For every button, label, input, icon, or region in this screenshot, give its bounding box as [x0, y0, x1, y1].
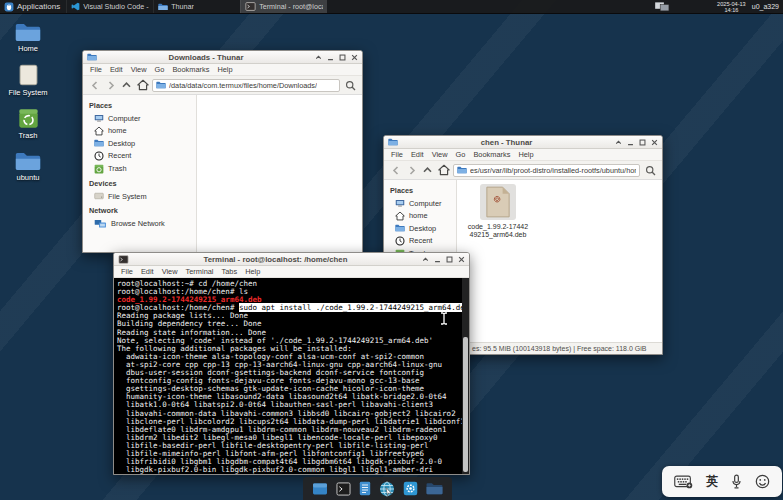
applications-menu-button[interactable]: Applications: [0, 0, 66, 13]
sidebar-item-computer[interactable]: Computer: [83, 112, 196, 124]
dock-file-manager-icon[interactable]: [426, 482, 443, 495]
close-button[interactable]: [458, 256, 465, 263]
deb-file-item[interactable]: code_1.99.2-17442 49215_arm64.deb: [467, 184, 529, 239]
menu-item-go[interactable]: Go: [452, 150, 470, 159]
computer-icon: [395, 199, 405, 208]
dock-terminal-icon[interactable]: [336, 482, 351, 496]
taskbar-button-thunar[interactable]: Thunar: [153, 0, 240, 13]
sidebar-item-desktop[interactable]: Desktop: [384, 222, 456, 234]
up-button[interactable]: [421, 164, 434, 177]
terminal-icon: [245, 2, 256, 11]
chen-file-pane[interactable]: code_1.99.2-17442 49215_arm64.deb: [457, 180, 662, 342]
trash-icon: [18, 108, 39, 129]
path-folder-icon: [156, 81, 166, 89]
downloads-window-title: Downloads - Thunar: [101, 53, 311, 62]
dock-settings-icon[interactable]: [403, 481, 418, 496]
ime-language-button[interactable]: 英: [706, 473, 718, 490]
sidebar-header-places: Places: [83, 97, 196, 112]
back-button[interactable]: [88, 79, 101, 92]
sidebar-item-recent[interactable]: Recent: [83, 149, 196, 162]
dock-show-desktop-icon[interactable]: [312, 482, 328, 496]
search-icon[interactable]: [343, 78, 357, 92]
close-button[interactable]: [351, 54, 358, 61]
sidebar-item-home[interactable]: home: [384, 209, 456, 222]
menu-item-edit[interactable]: Edit: [407, 150, 428, 159]
sidebar-item-computer[interactable]: Computer: [384, 197, 456, 209]
chen-path-field[interactable]: es/usr/var/lib/proot-distro/installed-ro…: [453, 164, 640, 177]
forward-button[interactable]: [405, 164, 418, 177]
sidebar-item-recent[interactable]: Recent: [384, 234, 456, 247]
applications-icon: [4, 2, 14, 12]
dock-text-editor-icon[interactable]: [359, 481, 371, 496]
menu-item-file[interactable]: File: [387, 150, 407, 159]
terminal-menubar: FileEditViewTerminalTabsHelp: [114, 266, 469, 278]
menu-item-edit[interactable]: Edit: [137, 267, 158, 276]
menu-item-go[interactable]: Go: [151, 65, 169, 74]
menu-item-help[interactable]: Help: [213, 65, 236, 74]
rollup-button[interactable]: [615, 139, 622, 146]
terminal-content[interactable]: root@localhost:~# cd /home/chenroot@loca…: [114, 278, 469, 474]
menu-item-view[interactable]: View: [158, 267, 182, 276]
clock-icon: [94, 151, 104, 161]
terminal-scrollbar[interactable]: [462, 278, 469, 474]
minimize-button[interactable]: [627, 139, 634, 146]
home-button[interactable]: [136, 79, 149, 92]
menu-item-bookmarks[interactable]: Bookmarks: [168, 65, 213, 74]
chen-titlebar[interactable]: chen - Thunar: [384, 136, 662, 149]
applications-label: Applications: [17, 2, 60, 11]
menu-item-view[interactable]: View: [127, 65, 151, 74]
menu-item-bookmarks[interactable]: Bookmarks: [469, 150, 514, 159]
taskbar-label: Terminal - root@localho...: [259, 2, 323, 11]
back-button[interactable]: [389, 164, 402, 177]
search-icon[interactable]: [643, 163, 657, 177]
rollup-button[interactable]: [422, 256, 429, 263]
menu-item-file[interactable]: File: [86, 65, 106, 74]
terminal-scrollbar-thumb[interactable]: [463, 337, 468, 472]
forward-button[interactable]: [104, 79, 117, 92]
emoji-icon[interactable]: [755, 474, 770, 489]
downloads-path-field[interactable]: /data/data/com.termux/files/home/Downloa…: [152, 79, 340, 92]
vscode-icon: [71, 2, 80, 11]
maximize-button[interactable]: [446, 256, 453, 263]
minimize-button[interactable]: [434, 256, 441, 263]
sidebar-item-file-system[interactable]: File System: [83, 190, 196, 202]
up-button[interactable]: [120, 79, 133, 92]
close-button[interactable]: [651, 139, 658, 146]
desktop-icon-ubuntu[interactable]: ubuntu: [3, 151, 53, 182]
menu-item-file[interactable]: File: [117, 267, 137, 276]
minimize-button[interactable]: [327, 54, 334, 61]
desktop-icon-file-system[interactable]: File System: [3, 64, 53, 97]
terminal-titlebar[interactable]: Terminal - root@localhost: /home/chen: [114, 253, 469, 266]
menu-item-help[interactable]: Help: [514, 150, 537, 159]
maximize-button[interactable]: [339, 54, 346, 61]
mouse-cursor-ibeam: [440, 312, 448, 325]
menu-item-terminal[interactable]: Terminal: [182, 267, 218, 276]
sidebar-item-trash[interactable]: Trash: [83, 162, 196, 175]
ubuntu-icon: [15, 151, 41, 171]
sidebar-item-desktop[interactable]: Desktop: [83, 137, 196, 149]
menu-item-view[interactable]: View: [428, 150, 452, 159]
taskbar-button-vscode[interactable]: Visual Studio Code - Co...: [66, 0, 153, 13]
downloads-titlebar[interactable]: Downloads - Thunar: [83, 51, 362, 64]
dock-web-browser-icon[interactable]: [379, 481, 395, 497]
desktop-icon-home[interactable]: Home: [3, 22, 53, 53]
rollup-button[interactable]: [315, 54, 322, 61]
menu-item-tabs[interactable]: Tabs: [218, 267, 242, 276]
menu-item-help[interactable]: Help: [241, 267, 264, 276]
taskbar-button-terminal[interactable]: Terminal - root@localho...: [240, 0, 327, 13]
panel-clock[interactable]: 2025-04-13 14:16: [717, 1, 746, 13]
desktop-icon-trash[interactable]: Trash: [3, 108, 53, 140]
sidebar-item-browse-network[interactable]: Browse Network: [83, 217, 196, 230]
downloads-file-pane[interactable]: [197, 95, 362, 252]
folder-small-icon: [395, 224, 405, 232]
chen-window-title: chen - Thunar: [402, 138, 611, 147]
deb-file-name-line2: 49215_arm64.deb: [468, 231, 528, 239]
microphone-icon[interactable]: [731, 474, 742, 490]
keyboard-icon[interactable]: [674, 475, 693, 489]
menu-item-edit[interactable]: Edit: [106, 65, 127, 74]
sidebar-item-home[interactable]: home: [83, 124, 196, 137]
workspace-pager[interactable]: [654, 1, 671, 12]
home-button[interactable]: [437, 164, 450, 177]
maximize-button[interactable]: [639, 139, 646, 146]
folder-small-icon: [94, 139, 104, 147]
